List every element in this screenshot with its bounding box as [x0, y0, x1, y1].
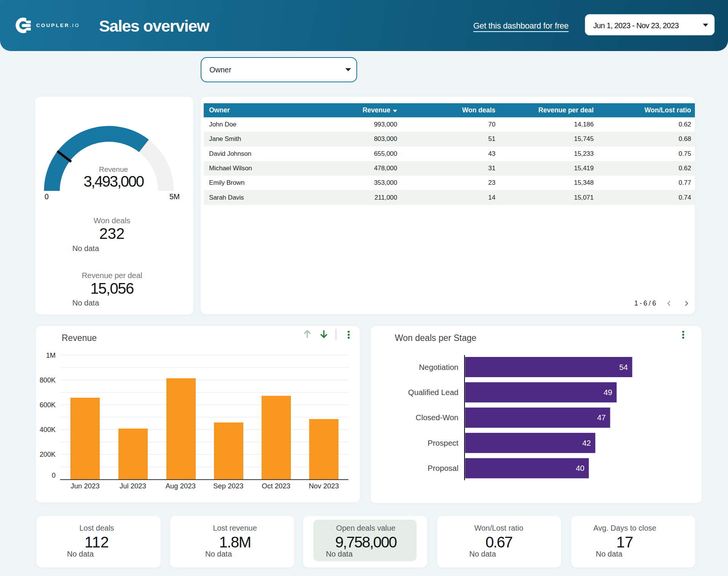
svg-text:42: 42 [582, 438, 591, 447]
svg-text:Closed-Won: Closed-Won [416, 413, 458, 422]
svg-text:Prospect: Prospect [428, 438, 458, 447]
svg-text:54: 54 [619, 363, 628, 371]
svg-text:40: 40 [576, 464, 584, 472]
svg-text:Negotiation: Negotiation [419, 363, 458, 371]
svg-text:Proposal: Proposal [428, 464, 458, 472]
svg-text:800K: 800K [40, 376, 56, 384]
svg-text:0: 0 [52, 472, 56, 479]
svg-text:Jun 2023: Jun 2023 [70, 482, 99, 490]
svg-text:Oct 2023: Oct 2023 [262, 482, 291, 490]
svg-text:Jul 2023: Jul 2023 [120, 482, 146, 490]
svg-text:1M: 1M [46, 352, 56, 359]
svg-text:200K: 200K [40, 451, 56, 458]
svg-text:400K: 400K [40, 426, 56, 434]
svg-text:Qualified Lead: Qualified Lead [408, 388, 458, 397]
svg-text:47: 47 [597, 413, 606, 422]
svg-text:Nov 2023: Nov 2023 [309, 482, 339, 490]
svg-text:Sep 2023: Sep 2023 [213, 482, 243, 490]
svg-text:Aug 2023: Aug 2023 [166, 482, 196, 490]
svg-text:49: 49 [603, 388, 612, 397]
svg-text:600K: 600K [40, 401, 56, 409]
